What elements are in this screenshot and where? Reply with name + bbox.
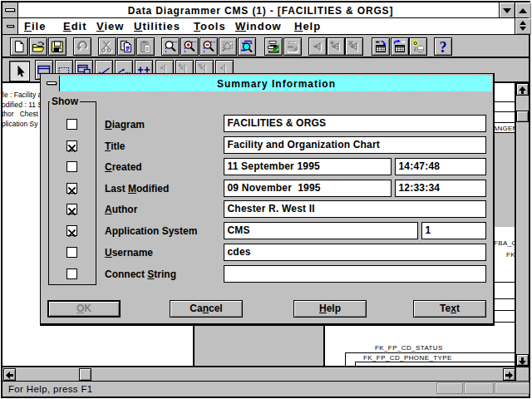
svg-text:?: ?: [440, 40, 447, 53]
